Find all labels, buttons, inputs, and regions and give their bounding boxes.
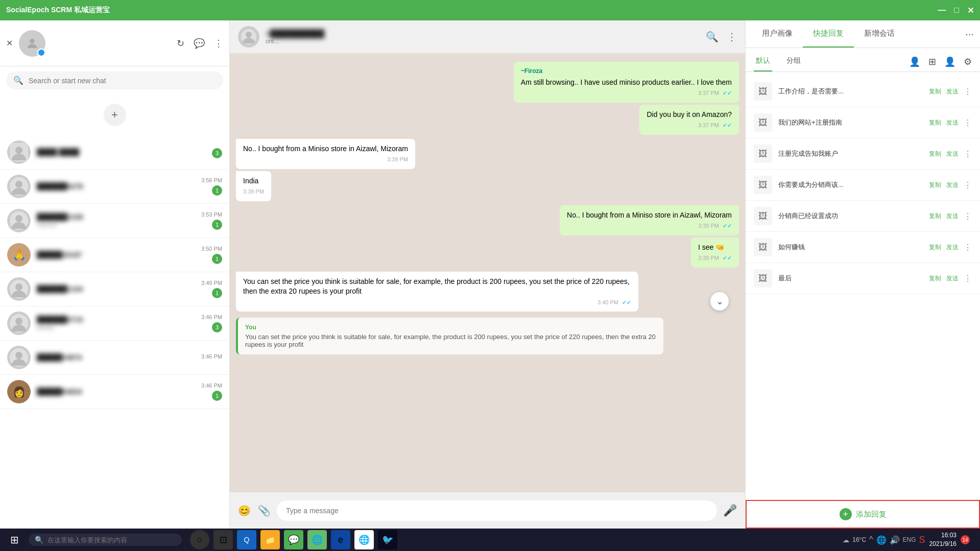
taskbar-app-wechat[interactable]: 💬 xyxy=(284,530,303,549)
copy-button[interactable]: 复制 xyxy=(929,87,941,96)
qr-actions: 复制 发送 ⋮ xyxy=(929,149,972,159)
more-button[interactable]: ⋮ xyxy=(964,274,972,283)
message-bubble: No.. I bought from a Miniso store in Aiz… xyxy=(560,205,739,235)
taskbar-app-circle[interactable]: ○ xyxy=(190,530,209,549)
tick-icon: ✔✔ xyxy=(622,299,631,305)
notification-badge[interactable]: 14 xyxy=(961,535,970,544)
sub-tab-group[interactable]: 分组 xyxy=(784,52,803,71)
search-chat-icon[interactable]: 🔍 xyxy=(706,31,719,43)
more-button[interactable]: ⋮ xyxy=(964,149,972,159)
contact-preview: details xyxy=(37,324,195,331)
contact-item[interactable]: 🙏 █████20197 3:50 PM 1 xyxy=(0,238,229,272)
add-reply-button[interactable]: + 添加回复 xyxy=(840,508,887,520)
contact-meta: 3:46 PM 1 xyxy=(201,382,222,401)
unread-badge: 3 xyxy=(212,322,222,332)
more-button[interactable]: ⋮ xyxy=(964,118,972,128)
contact-item[interactable]: ██████2109 roducts 3:53 PM 1 xyxy=(0,204,229,238)
qr-image-icon: 🖼 xyxy=(754,207,772,225)
send-button[interactable]: 发送 xyxy=(946,212,959,221)
user-icon[interactable]: 👤 xyxy=(909,56,920,67)
red-icon[interactable]: S xyxy=(919,535,925,545)
taskbar-app-edge[interactable]: e xyxy=(331,530,350,549)
qr-image-icon: 🖼 xyxy=(754,82,772,101)
settings-icon[interactable]: ⚙ xyxy=(964,56,972,67)
tab-new-chat[interactable]: 新增会话 xyxy=(854,20,905,47)
taskbar-app-folder[interactable]: 📁 xyxy=(260,530,280,549)
contact-name: █████20197 xyxy=(37,251,195,259)
more-icon[interactable]: ··· xyxy=(965,28,974,40)
send-button[interactable]: 发送 xyxy=(946,150,959,158)
send-button[interactable]: 发送 xyxy=(946,181,959,189)
contact-name: █████34874 xyxy=(37,353,195,362)
taskbar-app-green[interactable]: 🌐 xyxy=(307,530,327,549)
taskbar-app-task[interactable]: ⊡ xyxy=(213,530,233,549)
svg-point-12 xyxy=(15,352,22,359)
svg-point-6 xyxy=(15,215,22,222)
send-button[interactable]: 发送 xyxy=(946,87,959,96)
search-input[interactable] xyxy=(29,77,216,85)
more-button[interactable]: ⋮ xyxy=(964,243,972,252)
taskbar-search-input[interactable] xyxy=(47,536,150,544)
unread-badge: 1 xyxy=(212,391,222,401)
grid-icon[interactable]: ⊞ xyxy=(928,56,936,67)
contact-item[interactable]: ████ ████ 3 xyxy=(0,135,229,170)
copy-button[interactable]: 复制 xyxy=(929,150,941,158)
right-sub-icons: 👤 ⊞ 👤 ⚙ xyxy=(909,56,972,67)
more-icon[interactable]: ⋮ xyxy=(214,38,223,49)
close-button[interactable]: ✕ xyxy=(967,6,974,15)
more-button[interactable]: ⋮ xyxy=(964,180,972,190)
unread-badge: 1 xyxy=(212,220,222,230)
more-button[interactable]: ⋮ xyxy=(964,87,972,97)
message-input[interactable] xyxy=(277,500,717,521)
preview-bubble: You You can set the price you think is s… xyxy=(236,318,663,354)
start-button[interactable]: ⊞ xyxy=(4,531,25,549)
contact-item[interactable]: █████34874 3:46 PM xyxy=(0,341,229,375)
chat-header-avatar xyxy=(238,26,259,47)
maximize-button[interactable]: □ xyxy=(954,6,959,15)
taskbar-app-bird[interactable]: 🐦 xyxy=(378,530,397,549)
contact-item[interactable]: ██████5278 3:56 PM 1 xyxy=(0,170,229,204)
person-add-icon[interactable]: 👤 xyxy=(944,56,955,67)
copy-button[interactable]: 复制 xyxy=(929,243,941,252)
contact-item[interactable]: ██████1104 3:49 PM 1 xyxy=(0,272,229,306)
unread-badge: 1 xyxy=(212,185,222,196)
copy-button[interactable]: 复制 xyxy=(929,181,941,189)
chat-icon[interactable]: 💬 xyxy=(194,38,205,49)
more-button[interactable]: ⋮ xyxy=(964,211,972,221)
contact-item[interactable]: ██████3715 details 3:46 PM 3 xyxy=(0,306,229,341)
svg-point-14 xyxy=(246,32,252,38)
add-contact-button[interactable]: + xyxy=(104,104,126,126)
mic-icon[interactable]: 🎤 xyxy=(723,504,737,517)
keyboard-icon[interactable]: ENG xyxy=(903,536,916,543)
tab-quick-reply[interactable]: 快捷回复 xyxy=(803,20,854,47)
right-panel-footer[interactable]: + 添加回复 xyxy=(746,500,980,529)
taskbar-app-blue[interactable]: Q xyxy=(237,530,256,549)
chevron-up-icon[interactable]: ^ xyxy=(869,535,873,544)
sidebar-icons: ↻ 💬 ⋮ xyxy=(177,38,223,49)
refresh-icon[interactable]: ↻ xyxy=(177,38,184,49)
contact-item[interactable]: 👩 █████94834 3:46 PM 1 xyxy=(0,375,229,409)
send-button[interactable]: 发送 xyxy=(946,274,959,283)
contact-name: ██████2109 xyxy=(37,213,195,221)
message-text: No.. I bought from a Miniso store in Aiz… xyxy=(567,210,732,221)
more-chat-icon[interactable]: ⋮ xyxy=(727,31,737,43)
copy-button[interactable]: 复制 xyxy=(929,118,941,127)
send-button[interactable]: 发送 xyxy=(946,118,959,127)
contact-meta: 3:56 PM 1 xyxy=(201,177,222,196)
send-button[interactable]: 发送 xyxy=(946,243,959,252)
volume-icon[interactable]: 🔊 xyxy=(890,535,900,545)
copy-button[interactable]: 复制 xyxy=(929,212,941,221)
contact-avatar xyxy=(7,209,31,232)
copy-button[interactable]: 复制 xyxy=(929,274,941,283)
tab-user-profile[interactable]: 用户画像 xyxy=(752,20,803,47)
sub-tab-default[interactable]: 默认 xyxy=(754,52,772,71)
attach-icon[interactable]: 📎 xyxy=(258,505,271,517)
qr-actions: 复制 发送 ⋮ xyxy=(929,180,972,190)
qr-text: 注册完成告知我账户 xyxy=(778,149,923,158)
close-icon[interactable]: ✕ xyxy=(6,38,13,48)
taskbar-app-chrome[interactable]: 🌐 xyxy=(354,530,374,549)
message-text: No.. I bought from a Miniso store in Aiz… xyxy=(243,144,408,154)
emoji-icon[interactable]: 😊 xyxy=(238,505,251,517)
chat-header-icons: 🔍 ⋮ xyxy=(706,31,737,43)
minimize-button[interactable]: — xyxy=(938,6,946,15)
